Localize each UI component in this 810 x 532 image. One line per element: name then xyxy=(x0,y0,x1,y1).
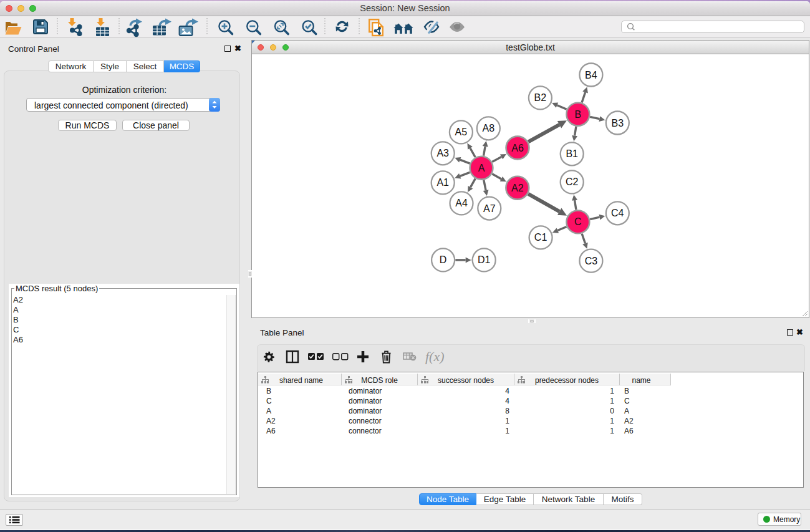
svg-text:A3: A3 xyxy=(436,148,449,158)
svg-text:A4: A4 xyxy=(455,198,468,208)
svg-text:A2: A2 xyxy=(511,183,524,193)
svg-text:C3: C3 xyxy=(585,256,598,266)
svg-text:A8: A8 xyxy=(483,123,495,133)
svg-text:B2: B2 xyxy=(534,92,547,103)
svg-text:A1: A1 xyxy=(436,177,449,188)
svg-text:f(x): f(x) xyxy=(425,349,445,364)
svg-text:A7: A7 xyxy=(483,203,496,214)
svg-text:B4: B4 xyxy=(585,70,597,80)
svg-text:D: D xyxy=(440,254,447,265)
svg-text:C1: C1 xyxy=(534,232,547,243)
svg-text:A: A xyxy=(478,163,485,173)
svg-text:C4: C4 xyxy=(611,208,624,218)
svg-text:A5: A5 xyxy=(455,127,468,137)
svg-text:A6: A6 xyxy=(511,143,524,153)
svg-text:B3: B3 xyxy=(612,118,624,128)
svg-text:D1: D1 xyxy=(478,254,491,265)
svg-text:B1: B1 xyxy=(566,148,578,159)
svg-text:C: C xyxy=(574,216,582,227)
svg-text:C2: C2 xyxy=(566,177,579,187)
svg-text:B: B xyxy=(575,109,582,120)
